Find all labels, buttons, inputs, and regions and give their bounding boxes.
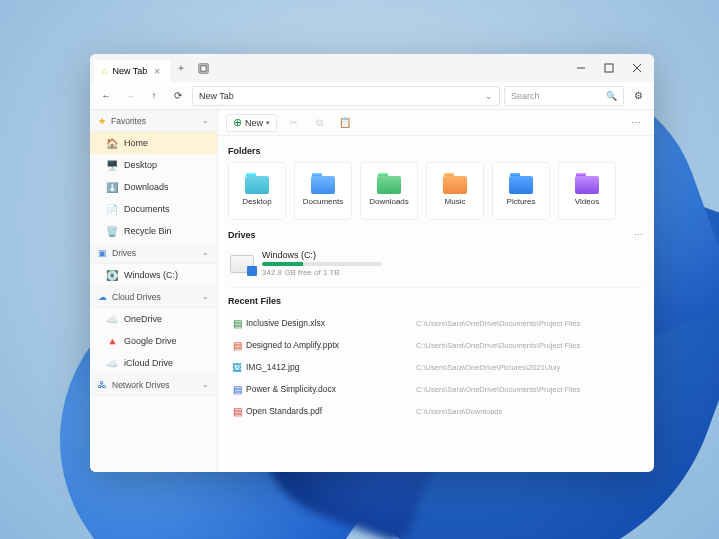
new-tab-button[interactable]: ＋ — [170, 57, 192, 79]
folder-label: Downloads — [369, 197, 409, 206]
file-name: Designed to Amplify.pptx — [246, 340, 416, 350]
back-button[interactable]: ← — [96, 86, 116, 106]
folder-tile-pictures[interactable]: Pictures — [492, 162, 550, 220]
sidebar-item-desktop[interactable]: 🖥️Desktop — [90, 154, 217, 176]
file-type-icon: ▤ — [228, 406, 246, 417]
main-pane: New▾ ✂ ⧉ 📋 ⋯ Folders DesktopDocumentsDow… — [218, 110, 654, 472]
recent-file-row[interactable]: ▤Designed to Amplify.pptxC:\Users\Sara\O… — [228, 334, 644, 356]
drive-icon — [230, 255, 254, 273]
folder-tile-videos[interactable]: Videos — [558, 162, 616, 220]
item-icon: ☁️ — [106, 358, 118, 369]
home-icon: ⌂ — [102, 66, 107, 76]
cut-button[interactable]: ✂ — [283, 114, 303, 132]
paste-button[interactable]: 📋 — [335, 114, 355, 132]
chevron-down-icon: ▾ — [266, 119, 270, 127]
address-bar[interactable]: New Tab ⌄ — [192, 86, 500, 106]
file-name: Inclusive Design.xlsx — [246, 318, 416, 328]
command-toolbar: New▾ ✂ ⧉ 📋 ⋯ — [218, 110, 654, 136]
file-name: IMG_1412.jpg — [246, 362, 416, 372]
item-icon: ☁️ — [106, 314, 118, 325]
drive-usage-bar — [262, 262, 382, 266]
sidebar-item-documents[interactable]: 📄Documents — [90, 198, 217, 220]
up-button[interactable]: ↑ — [144, 86, 164, 106]
new-button[interactable]: New▾ — [226, 114, 277, 132]
sidebar-item-downloads[interactable]: ⬇️Downloads — [90, 176, 217, 198]
file-path: C:\Users\Sara\OneDrive\Documents\Project… — [416, 319, 644, 328]
item-icon: 💽 — [106, 270, 118, 281]
file-type-icon: 🖼 — [228, 362, 246, 373]
sidebar-section-favorites[interactable]: ★Favorites ⌄ — [90, 110, 217, 132]
search-placeholder: Search — [511, 91, 540, 101]
sidebar-section-cloud[interactable]: ☁Cloud Drives ⌄ — [90, 286, 217, 308]
item-icon: ⬇️ — [106, 182, 118, 193]
file-name: Power & Simplicity.docx — [246, 384, 416, 394]
recent-file-row[interactable]: ▤Open Standards.pdfC:\Users\Sara\Downloa… — [228, 400, 644, 422]
folder-tile-music[interactable]: Music — [426, 162, 484, 220]
folder-label: Documents — [303, 197, 343, 206]
item-icon: 🔺 — [106, 336, 118, 347]
folder-tile-documents[interactable]: Documents — [294, 162, 352, 220]
chevron-down-icon: ⌄ — [485, 91, 493, 101]
recent-file-row[interactable]: ▤Inclusive Design.xlsxC:\Users\Sara\OneD… — [228, 312, 644, 334]
file-path: C:\Users\Sara\OneDrive\Documents\Project… — [416, 385, 644, 394]
copy-button[interactable]: ⧉ — [309, 114, 329, 132]
file-path: C:\Users\Sara\OneDrive\Documents\Project… — [416, 341, 644, 350]
item-label: Home — [124, 138, 148, 148]
folder-tile-downloads[interactable]: Downloads — [360, 162, 418, 220]
close-window-button[interactable] — [624, 57, 650, 79]
sidebar-section-network[interactable]: 🖧Network Drives ⌄ — [90, 374, 217, 396]
drive-name: Windows (C:) — [262, 250, 382, 260]
folder-icon — [509, 176, 533, 194]
sidebar-item-google-drive[interactable]: 🔺Google Drive — [90, 330, 217, 352]
chevron-down-icon: ⌄ — [202, 292, 209, 301]
folder-icon — [377, 176, 401, 194]
file-path: C:\Users\Sara\OneDrive\Pictures\2021\Jul… — [416, 363, 644, 372]
settings-button[interactable]: ⚙ — [628, 86, 648, 106]
minimize-button[interactable] — [568, 57, 594, 79]
folder-label: Videos — [575, 197, 599, 206]
drive-icon: ▣ — [98, 248, 107, 258]
item-label: OneDrive — [124, 314, 162, 324]
item-label: Desktop — [124, 160, 157, 170]
tab-overview-button[interactable] — [192, 57, 214, 79]
recent-file-row[interactable]: ▤Power & Simplicity.docxC:\Users\Sara\On… — [228, 378, 644, 400]
tab-strip: ⌂ New Tab × ＋ — [90, 54, 654, 82]
item-label: Google Drive — [124, 336, 177, 346]
item-label: Windows (C:) — [124, 270, 178, 280]
sidebar-item-windows-c-[interactable]: 💽Windows (C:) — [90, 264, 217, 286]
svg-rect-1 — [200, 65, 206, 71]
sidebar-item-home[interactable]: 🏠Home — [90, 132, 217, 154]
drives-more-button[interactable]: ⋯ — [634, 230, 644, 240]
item-icon: 🖥️ — [106, 160, 118, 171]
folder-icon — [311, 176, 335, 194]
close-tab-button[interactable]: × — [152, 66, 162, 77]
address-text: New Tab — [199, 91, 234, 101]
file-type-icon: ▤ — [228, 318, 246, 329]
sidebar-section-drives[interactable]: ▣Drives ⌄ — [90, 242, 217, 264]
star-icon: ★ — [98, 116, 106, 126]
network-icon: 🖧 — [98, 380, 107, 390]
folder-label: Pictures — [507, 197, 536, 206]
tab-home[interactable]: ⌂ New Tab × — [94, 60, 170, 82]
item-icon: 🏠 — [106, 138, 118, 149]
refresh-button[interactable]: ⟳ — [168, 86, 188, 106]
recent-file-row[interactable]: 🖼IMG_1412.jpgC:\Users\Sara\OneDrive\Pict… — [228, 356, 644, 378]
forward-button[interactable]: → — [120, 86, 140, 106]
item-label: Recycle Bin — [124, 226, 172, 236]
item-label: Downloads — [124, 182, 169, 192]
svg-rect-3 — [605, 64, 613, 72]
nav-bar: ← → ↑ ⟳ New Tab ⌄ Search 🔍 ⚙ — [90, 82, 654, 110]
drive-c[interactable]: Windows (C:) 342.8 GB free of 1 TB — [228, 246, 644, 288]
more-options-button[interactable]: ⋯ — [626, 114, 646, 132]
sidebar-item-recycle-bin[interactable]: 🗑️Recycle Bin — [90, 220, 217, 242]
folder-tile-desktop[interactable]: Desktop — [228, 162, 286, 220]
folder-label: Desktop — [242, 197, 271, 206]
sidebar-item-onedrive[interactable]: ☁️OneDrive — [90, 308, 217, 330]
maximize-button[interactable] — [596, 57, 622, 79]
folder-icon — [443, 176, 467, 194]
folder-icon — [575, 176, 599, 194]
search-input[interactable]: Search 🔍 — [504, 86, 624, 106]
drive-free-text: 342.8 GB free of 1 TB — [262, 268, 382, 277]
sidebar-item-icloud-drive[interactable]: ☁️iCloud Drive — [90, 352, 217, 374]
drives-heading: Drives⋯ — [228, 230, 644, 240]
